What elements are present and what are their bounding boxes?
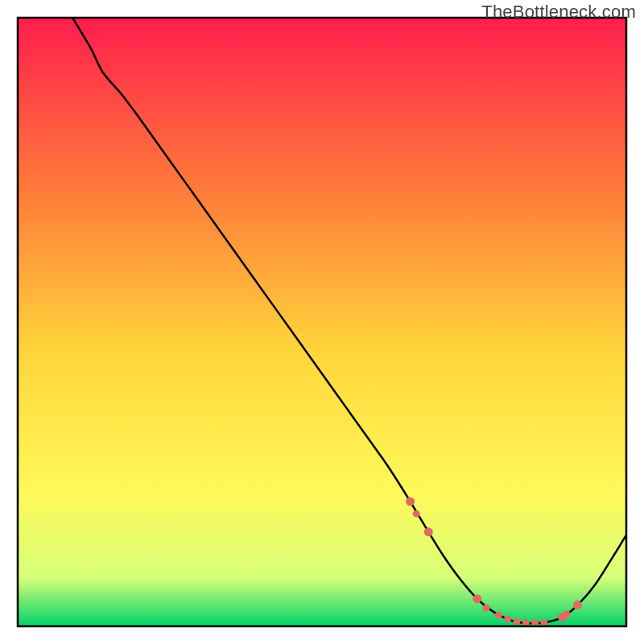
curve-marker [424, 527, 433, 536]
curve-marker [513, 617, 520, 625]
curve-marker [504, 615, 511, 622]
curve-marker [495, 612, 502, 619]
curve-marker [522, 619, 530, 626]
chart-svg [0, 0, 644, 644]
bottleneck-chart: TheBottleneck.com [0, 0, 644, 644]
curve-marker [406, 497, 415, 506]
plot-background [18, 18, 626, 626]
curve-marker [413, 510, 420, 518]
curve-marker [473, 594, 481, 603]
curve-marker [573, 601, 582, 609]
curve-marker [563, 610, 570, 617]
curve-marker [483, 605, 490, 612]
watermark-text: TheBottleneck.com [481, 2, 636, 23]
curve-marker [540, 619, 547, 626]
